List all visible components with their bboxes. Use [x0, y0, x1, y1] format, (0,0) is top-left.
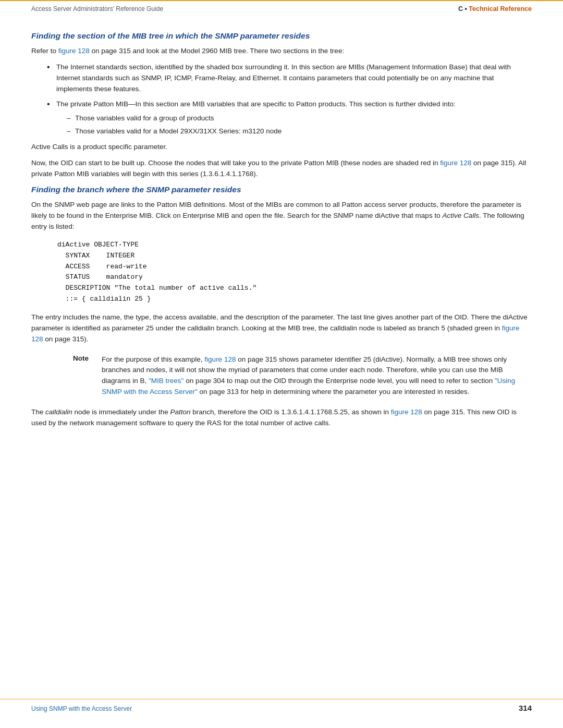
footer: Using SNMP with the Access Server 314 — [0, 699, 563, 712]
bullet-internet-text: The Internet standards section, identifi… — [56, 63, 511, 93]
section1-para2: Now, the OID can start to be built up. C… — [31, 158, 532, 180]
section-mib-tree: Finding the section of the MIB tree in w… — [31, 31, 532, 180]
bullet-patton-text: The private Patton MIB—In this section a… — [56, 100, 456, 108]
header-right: C • Technical Reference — [458, 5, 532, 13]
section1-intro: Refer to figure 128 on page 315 and look… — [31, 46, 532, 57]
section2-para2: The calldialin node is immediately under… — [31, 407, 532, 429]
main-content: Finding the section of the MIB tree in w… — [0, 16, 563, 465]
section-branch: Finding the branch where the SNMP parame… — [31, 185, 532, 429]
figure128-link-5[interactable]: figure 128 — [391, 408, 422, 416]
note-label: Note — [73, 354, 96, 398]
figure128-link-3[interactable]: figure 128 — [31, 324, 520, 343]
code-block: diActive OBJECT-TYPE SYNTAX INTEGER ACCE… — [57, 240, 532, 305]
footer-left-text: Using SNMP with the Access Server — [31, 705, 132, 712]
header-left: Access Server Administrators' Reference … — [31, 5, 163, 13]
mib-trees-link[interactable]: "MIB trees" — [149, 377, 183, 385]
section1-heading: Finding the section of the MIB tree in w… — [31, 31, 532, 41]
bullet-item-patton: The private Patton MIB—In this section a… — [47, 99, 532, 137]
section1-para1: Active Calls is a product specific param… — [31, 142, 532, 153]
note-content: For the purpose of this example, figure … — [102, 354, 532, 398]
dash-model-text: Those variables valid for a Model 29XX/3… — [75, 127, 282, 135]
note-box: Note For the purpose of this example, fi… — [73, 354, 532, 398]
section2-para1: The entry includes the name, the type, t… — [31, 312, 532, 345]
figure128-link-2[interactable]: figure 128 — [440, 159, 471, 167]
bullet-item-internet: The Internet standards section, identifi… — [47, 62, 532, 95]
header: Access Server Administrators' Reference … — [0, 0, 563, 16]
patton-subitems: Those variables valid for a group of pro… — [67, 113, 532, 137]
header-chapter-label: C • — [458, 5, 469, 13]
page: Access Server Administrators' Reference … — [0, 0, 563, 728]
figure128-link-1[interactable]: figure 128 — [58, 47, 90, 55]
figure128-link-4[interactable]: figure 128 — [204, 355, 236, 363]
section2-heading: Finding the branch where the SNMP parame… — [31, 185, 532, 194]
footer-page-number: 314 — [519, 704, 532, 712]
header-section-label: Technical Reference — [469, 5, 532, 13]
section2-intro: On the SNMP web page are links to the Pa… — [31, 200, 532, 232]
dash-group-text: Those variables valid for a group of pro… — [75, 114, 214, 122]
dash-item-model: Those variables valid for a Model 29XX/3… — [67, 126, 532, 137]
section1-bullets: The Internet standards section, identifi… — [47, 62, 532, 137]
dash-item-group: Those variables valid for a group of pro… — [67, 113, 532, 124]
